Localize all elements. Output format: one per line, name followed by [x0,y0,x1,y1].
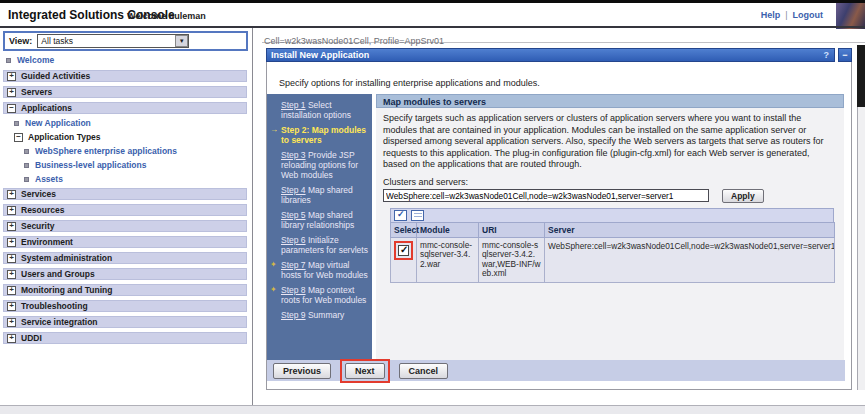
sidebar-section-users-and-groups[interactable]: + Users and Groups [3,268,247,280]
sidebar-section-troubleshooting[interactable]: + Troubleshooting [3,300,247,312]
expand-icon[interactable]: + [7,72,16,81]
breadcrumb: Cell=w2k3wasNode01Cell, Profile=AppSrv01 [262,36,444,46]
wizard-container: Step 1 Select installation options → Ste… [267,94,851,360]
header-links: Help|Logout [761,10,823,20]
step-8-link[interactable]: ✦ Step 8 Map context roots for Web modul… [270,285,369,305]
column-header-server: Server [545,222,835,237]
bullet-icon [14,121,19,126]
step-7-link[interactable]: ✦ Step 7 Map virtual hosts for Web modul… [270,260,369,280]
sidebar-item-new-application[interactable]: New Application [14,118,252,128]
expand-icon[interactable]: + [7,254,16,263]
collapse-icon[interactable]: − [14,133,23,142]
sidebar-item-websphere-enterprise-applications[interactable]: WebSphere enterprise applications [24,146,252,156]
help-panel-edge-light [857,107,865,390]
step-description: Specify targets such as application serv… [376,108,844,174]
sidebar-section-applications[interactable]: − Applications [3,102,247,114]
clusters-and-servers-input[interactable] [383,189,709,202]
bullet-icon [24,149,29,154]
module-cell: mmc-console-sqlserver-3.4.2.war [417,237,479,282]
main-content: Cell=w2k3wasNode01Cell, Profile=AppSrv01… [262,28,865,405]
expand-icon[interactable]: + [7,190,16,199]
wizard-steps-panel: Step 1 Select installation options → Ste… [267,94,372,360]
view-select[interactable]: All tasks ▼ [37,34,189,48]
sidebar-item-welcome[interactable]: Welcome [6,55,252,65]
sidebar-section-servers[interactable]: + Servers [3,86,247,98]
annotation-checkbox-highlight [394,241,413,260]
table-header-row: Select Module URI Server [391,222,835,237]
select-cell [391,237,417,282]
expand-icon[interactable]: + [7,334,16,343]
step-5-link[interactable]: Step 5 Map shared library relationships [270,210,369,230]
integrated-solutions-console: Integrated Solutions Console Welcome nul… [0,0,865,414]
modules-table: Select Module URI Server [390,208,834,283]
table-toolbar [390,208,834,222]
clusters-input-row: Apply [383,189,844,203]
welcome-user-label: Welcome nuleman [127,11,206,21]
step-content-panel: Map modules to servers Specify targets s… [376,94,844,360]
deselect-all-icon[interactable] [411,210,424,221]
sidebar-section-resources[interactable]: + Resources [3,204,247,216]
column-header-module: Module [417,222,479,237]
step-6-link[interactable]: Step 6 Initialize parameters for servlet… [270,235,369,255]
view-selector-box: View: All tasks ▼ [3,31,248,51]
step-1-link[interactable]: Step 1 Select installation options [270,100,369,120]
help-link[interactable]: Help [761,10,781,20]
collapse-icon[interactable]: − [7,104,16,113]
expand-icon[interactable]: + [7,206,16,215]
sidebar-section-services[interactable]: + Services [3,188,247,200]
step-4-link[interactable]: Step 4 Map shared libraries [270,185,369,205]
window-titlebar: Install New Application ? [266,48,835,62]
sidebar-section-guided-activities[interactable]: + Guided Activities [3,70,247,82]
sidebar-section-environment[interactable]: + Environment [3,236,247,248]
step-diamond-icon: ✦ [270,260,277,270]
annotation-next-highlight: Next [340,359,390,383]
step-content-title: Map modules to servers [376,94,844,108]
select-all-icon[interactable] [394,210,407,221]
applications-subtree: New Application − Application Types WebS… [0,118,252,184]
table-row: mmc-console-sqlserver-3.4.2.war mmc-cons… [391,237,835,282]
next-button[interactable]: Next [345,363,385,379]
expand-icon[interactable]: + [7,270,16,279]
sidebar-section-security[interactable]: + Security [3,220,247,232]
navigation-sidebar: View: All tasks ▼ Welcome + Guided Activ… [0,28,253,405]
install-new-application-window: Install New Application ? − Specify opti… [266,48,852,390]
column-header-uri: URI [479,222,545,237]
expand-icon[interactable]: + [7,286,16,295]
step-3-link[interactable]: Step 3 Provide JSP reloading options for… [270,150,369,180]
step-9-link[interactable]: Step 9 Summary [270,310,369,320]
expand-icon[interactable]: + [7,88,16,97]
expand-icon[interactable]: + [7,238,16,247]
step-2-current: → Step 2: Map modules to servers [270,125,369,145]
dropdown-arrow-icon[interactable]: ▼ [175,35,188,47]
window-minimize-icon[interactable]: − [838,48,852,62]
clusters-and-servers-label: Clusters and servers: [383,177,844,187]
sidebar-item-application-types[interactable]: − Application Types [14,132,252,142]
sidebar-section-monitoring-and-tuning[interactable]: + Monitoring and Tuning [3,284,247,296]
page-footer-strip [0,405,865,414]
sidebar-item-assets[interactable]: Assets [24,174,252,184]
breadcrumb-row: Cell=w2k3wasNode01Cell, Profile=AppSrv01 [262,30,865,43]
server-cell: WebSphere:cell=w2k3wasNode01Cell,node=w2… [545,237,835,282]
sidebar-section-system-administration[interactable]: + System administration [3,252,247,264]
sidebar-section-service-integration[interactable]: + Service integration [3,316,247,328]
expand-icon[interactable]: + [7,318,16,327]
link-separator: | [785,10,787,20]
logout-link[interactable]: Logout [793,10,824,20]
view-select-value: All tasks [41,36,175,46]
window-help-icon[interactable]: ? [819,50,835,60]
wizard-intro-text: Specify options for installing enterpris… [279,78,851,88]
view-label: View: [9,36,32,46]
sidebar-item-business-level-applications[interactable]: Business-level applications [24,160,252,170]
cancel-button[interactable]: Cancel [399,363,449,379]
sidebar-section-uddi[interactable]: + UDDI [3,332,247,344]
bullet-icon [6,58,11,63]
bullet-icon [24,177,29,182]
wizard-button-bar: Previous Next Cancel [267,360,845,381]
expand-icon[interactable]: + [7,302,16,311]
bullet-icon [24,163,29,168]
apply-button[interactable]: Apply [722,189,764,203]
previous-button[interactable]: Previous [273,363,331,379]
help-panel-edge-dark [857,45,865,107]
module-select-checkbox[interactable] [398,245,409,256]
expand-icon[interactable]: + [7,222,16,231]
